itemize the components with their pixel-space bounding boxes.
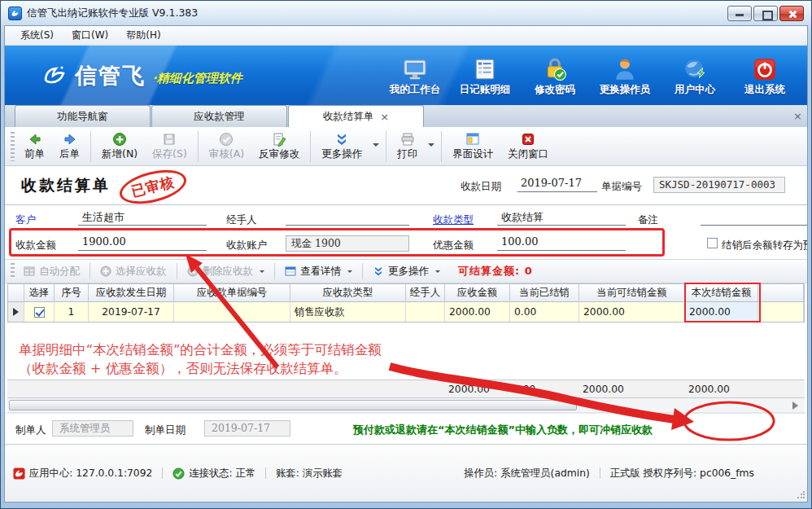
- scrollbar-thumb[interactable]: [9, 400, 577, 410]
- discount-amount-field[interactable]: 100.00: [497, 235, 626, 251]
- select-receivable-button[interactable]: 选择应收款: [94, 262, 173, 281]
- detail-separator: [274, 263, 275, 279]
- col-handler: 经手人: [406, 284, 445, 302]
- view-details-button[interactable]: 查看详情: [278, 262, 359, 281]
- more-actions-button[interactable]: 更多操作: [314, 129, 369, 164]
- add-new-button[interactable]: 新增(N): [94, 129, 145, 164]
- next-doc-button[interactable]: 后单: [52, 129, 87, 164]
- cell-handler: [406, 302, 445, 322]
- banner: 信管飞 ·精细化管理软件 我的工作台: [5, 46, 807, 105]
- menu-help[interactable]: 帮助(H): [117, 26, 169, 45]
- row-checkbox[interactable]: [34, 307, 45, 318]
- handler-field[interactable]: [286, 210, 409, 226]
- minimize-button[interactable]: [727, 6, 752, 21]
- delete-receivable-button[interactable]: 删除应收款: [181, 262, 272, 281]
- receipt-type-field[interactable]: 收款结算: [497, 210, 626, 226]
- negative-amount-tip: 预付款或退款请在“本次结销金额”中输入负数，即可冲销应收款: [353, 423, 653, 437]
- edit-page-icon: [272, 132, 286, 147]
- change-password-label: 修改密码: [535, 83, 575, 97]
- table-row[interactable]: 1 2019-07-17 销售应收款 2000.00 0.00 2000.00 …: [8, 302, 804, 322]
- balance-to-advance-checkbox[interactable]: [707, 238, 718, 248]
- customer-field[interactable]: 生活超市: [78, 210, 207, 226]
- receipt-date-label: 收款日期: [461, 180, 501, 194]
- maximize-button[interactable]: [753, 6, 778, 21]
- col-amount: 应收金额: [445, 284, 510, 302]
- discount-amount-label: 优惠金额: [433, 239, 474, 252]
- doc-no-label: 单据编号: [601, 180, 642, 194]
- workbench-label: 我的工作台: [390, 83, 441, 97]
- doc-no-field: SKJSD-20190717-0003: [653, 177, 785, 193]
- receipt-amount-label: 收款金额: [15, 239, 56, 252]
- scrollbar-right-arrow-icon[interactable]: [792, 401, 802, 410]
- cell-seq: 1: [55, 302, 89, 322]
- auto-assign-button[interactable]: 自动分配: [17, 262, 86, 281]
- cell-filler: [758, 302, 804, 322]
- exit-system-label: 退出系统: [744, 83, 785, 97]
- workbench-button[interactable]: 我的工作台: [382, 55, 447, 97]
- tabbar: 功能导航窗 应收款管理 收款结算单 × ×: [5, 105, 807, 127]
- receipt-date-field[interactable]: 2019-07-17: [517, 177, 597, 192]
- total-settleable: 2000.00: [578, 380, 684, 397]
- change-password-button[interactable]: 修改密码: [522, 55, 587, 97]
- toolbar-separator: [310, 131, 311, 162]
- close-window-button[interactable]: 关闭窗口: [500, 129, 556, 164]
- maker-label: 制单人: [15, 423, 46, 437]
- tab-receivable-mgmt[interactable]: 应收款管理: [151, 105, 287, 127]
- cell-this-settle[interactable]: 2000.00: [685, 302, 758, 322]
- menu-window[interactable]: 窗口(W): [63, 26, 117, 45]
- more-actions-caret-icon[interactable]: [373, 143, 379, 150]
- receivable-table: 选择 序号 应收款发生日期 应收款单据编号 应收款类型 经手人 应收金额 当前已…: [7, 283, 805, 323]
- print-caret-icon[interactable]: [428, 143, 434, 150]
- workbench-monitor-icon: [403, 57, 427, 81]
- app-logo-icon: [8, 7, 22, 20]
- cell-settleable: 2000.00: [579, 302, 685, 322]
- auto-assign-grid-icon: [24, 265, 35, 277]
- plus-circle-icon: [112, 132, 127, 147]
- main-toolbar: 前单 后单 新增(N) 保存(S) 审核(A) 反审修改: [5, 127, 807, 166]
- delete-receivable-caret-icon: [260, 270, 264, 275]
- journal-detail-button[interactable]: 日记账明细: [452, 55, 517, 97]
- customer-label[interactable]: 客户: [15, 213, 36, 227]
- detail-toolbar-grip: [11, 263, 15, 279]
- table-empty-area: [5, 323, 807, 380]
- app-window: 信管飞出纳记账软件专业版 V9.1.383 系统(S) 窗口(W) 帮助(H) …: [0, 0, 812, 509]
- view-details-caret-icon[interactable]: [347, 270, 352, 275]
- horizontal-scrollbar[interactable]: [7, 398, 805, 413]
- app-center-status: 应用中心: 127.0.0.1:7092: [13, 467, 152, 480]
- col-settled: 当前已结销: [510, 284, 579, 302]
- cell-select[interactable]: [24, 302, 55, 322]
- total-settled: 0.00: [509, 380, 578, 397]
- col-date: 应收款发生日期: [89, 284, 174, 302]
- exit-system-button[interactable]: 退出系统: [732, 55, 797, 97]
- tab-close-icon[interactable]: ×: [380, 111, 389, 123]
- layout-window-icon: [465, 132, 480, 147]
- ui-design-button[interactable]: 界面设计: [445, 129, 500, 164]
- print-button[interactable]: 打印: [390, 129, 425, 164]
- toolbar-separator: [441, 131, 442, 162]
- window-title: 信管飞出纳记账软件专业版 V9.1.383: [27, 7, 198, 20]
- resize-grip[interactable]: [797, 491, 805, 499]
- save-button[interactable]: 保存(S): [145, 129, 194, 164]
- close-button[interactable]: [779, 6, 804, 21]
- detail-more-caret-icon[interactable]: [435, 270, 440, 275]
- tabbar-close-icon[interactable]: ×: [793, 110, 802, 122]
- audit-button[interactable]: 审核(A): [202, 129, 251, 164]
- remark-field[interactable]: [701, 210, 808, 226]
- col-settleable: 当前可结销金额: [579, 284, 685, 302]
- col-marker: [8, 284, 24, 302]
- col-seq: 序号: [55, 284, 89, 302]
- unaudit-edit-button[interactable]: 反审修改: [251, 129, 307, 164]
- tab-receipt-settlement[interactable]: 收款结算单 ×: [288, 105, 424, 127]
- totals-row: 2000.00 0.00 2000.00 2000.00: [7, 380, 805, 398]
- menu-system[interactable]: 系统(S): [11, 26, 63, 45]
- receipt-amount-field[interactable]: 1900.00: [78, 235, 207, 251]
- receipt-account-field[interactable]: 现金 1900: [286, 235, 409, 252]
- switch-operator-button[interactable]: 更换操作员: [592, 55, 657, 97]
- tab-function-nav[interactable]: 功能导航窗: [15, 105, 151, 127]
- receipt-type-label[interactable]: 收款类型: [433, 213, 474, 227]
- exit-power-icon: [753, 57, 777, 81]
- status-separator: [265, 467, 266, 479]
- prev-doc-button[interactable]: 前单: [17, 129, 52, 164]
- detail-more-actions-button[interactable]: 更多操作: [366, 262, 447, 281]
- user-center-button[interactable]: 用户中心: [662, 55, 727, 97]
